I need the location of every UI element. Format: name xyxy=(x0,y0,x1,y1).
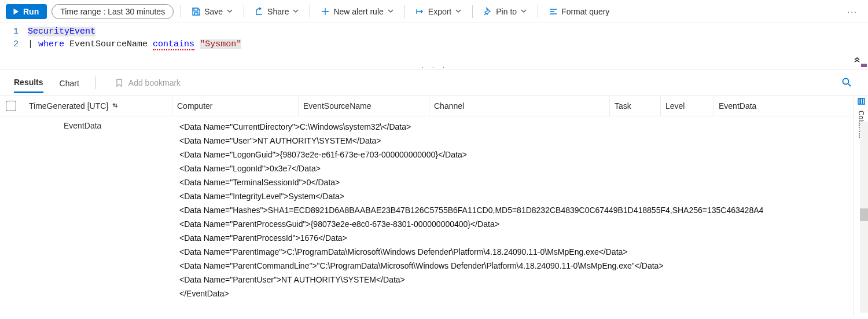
plus-icon xyxy=(321,7,330,16)
detail-line: <Data Name="User">NT AUTHORITY\SYSTEM</D… xyxy=(179,134,868,148)
time-range-picker[interactable]: Time range : Last 30 minutes xyxy=(52,4,174,19)
column-label: Task xyxy=(615,101,631,111)
divider xyxy=(181,5,181,18)
new-alert-label: New alert rule xyxy=(333,7,383,16)
token-keyword: contains xyxy=(153,39,194,50)
format-query-button[interactable]: Format query xyxy=(545,5,613,19)
divider xyxy=(95,76,96,89)
export-button[interactable]: Export xyxy=(412,5,465,19)
detail-field-name: EventData xyxy=(0,116,179,319)
column-label: EventSourceName xyxy=(303,101,372,111)
column-label: Channel xyxy=(434,101,464,111)
column-header-timegenerated[interactable]: TimeGenerated [UTC] xyxy=(24,96,172,116)
column-header-task[interactable]: Task xyxy=(610,96,661,116)
add-bookmark-label: Add bookmark xyxy=(128,78,181,87)
save-button[interactable]: Save xyxy=(188,5,237,19)
chevron-down-icon xyxy=(455,7,462,16)
pin-to-button[interactable]: Pin to xyxy=(480,5,531,19)
search-button[interactable] xyxy=(841,77,852,89)
run-label: Run xyxy=(23,7,39,16)
pin-icon xyxy=(483,7,492,16)
chevron-down-icon xyxy=(520,7,527,16)
detail-line: <Data Name="ParentProcessGuid">{98073e2e… xyxy=(179,217,868,231)
column-label: TimeGenerated [UTC] xyxy=(29,101,108,111)
time-range-value: Last 30 minutes xyxy=(108,7,165,16)
detail-line: <Data Name="LogonId">0x3e7</Data> xyxy=(179,162,868,175)
save-label: Save xyxy=(204,7,223,16)
column-label: Level xyxy=(665,101,685,111)
export-icon xyxy=(415,7,425,16)
format-query-label: Format query xyxy=(561,7,609,16)
query-editor[interactable]: 1 SecurityEvent 2 | where EventSourceNam… xyxy=(0,23,868,70)
tab-results[interactable]: Results xyxy=(14,72,43,93)
add-bookmark-button[interactable]: Add bookmark xyxy=(115,78,181,87)
detail-line: <Data Name="LogonGuid">{98073e2e-e61f-67… xyxy=(179,148,868,162)
collapse-editor-button[interactable] xyxy=(853,55,861,66)
share-label: Share xyxy=(267,7,289,16)
new-alert-button[interactable]: New alert rule xyxy=(317,5,397,19)
token-string: "Sysmon" xyxy=(200,39,241,49)
line-number: 1 xyxy=(0,27,28,36)
divider xyxy=(538,5,538,18)
pin-to-label: Pin to xyxy=(496,7,517,16)
scrollbar-thumb[interactable] xyxy=(860,208,868,221)
detail-line: <Data Name="ParentImage">C:\ProgramData\… xyxy=(179,245,868,259)
results-tabs: Results Chart Add bookmark xyxy=(0,70,868,96)
token-keyword: where xyxy=(38,39,64,49)
chevron-down-icon xyxy=(292,7,299,16)
svg-point-0 xyxy=(843,79,849,85)
column-header-computer[interactable]: Computer xyxy=(172,96,299,116)
detail-line: <Data Name="CurrentDirectory">C:\Windows… xyxy=(179,120,868,134)
token-pipe: | xyxy=(28,39,33,49)
code-line: 1 SecurityEvent xyxy=(0,27,868,39)
detail-line: <Data Name="ParentCommandLine">"C:\Progr… xyxy=(179,259,868,273)
column-header-eventsourcename[interactable]: EventSourceName xyxy=(299,96,429,116)
detail-line: <Data Name="Hashes">SHA1=ECD8921D6A8BAAB… xyxy=(179,203,868,217)
detail-line: <Data Name="ParentUser">NT AUTHORITY\SYS… xyxy=(179,273,868,287)
time-range-label: Time range : xyxy=(60,7,105,16)
code[interactable]: SecurityEvent xyxy=(28,27,95,36)
run-button[interactable]: Run xyxy=(6,4,47,19)
select-all-checkbox[interactable] xyxy=(6,101,16,111)
detail-field-value: <Data Name="CurrentDirectory">C:\Windows… xyxy=(179,116,868,319)
bookmark-icon xyxy=(115,78,124,87)
share-icon xyxy=(255,7,264,16)
column-header-channel[interactable]: Channel xyxy=(429,96,610,116)
share-button[interactable]: Share xyxy=(251,5,303,19)
row-detail-pane: EventData <Data Name="CurrentDirectory">… xyxy=(0,116,868,319)
save-icon xyxy=(192,7,201,16)
play-icon xyxy=(12,8,20,16)
double-chevron-up-icon xyxy=(853,55,861,63)
minimap-indicator xyxy=(861,64,867,67)
columns-icon xyxy=(857,97,865,107)
toolbar: Run Time range : Last 30 minutes Save Sh… xyxy=(0,0,868,23)
divider xyxy=(310,5,310,18)
column-label: EventData xyxy=(719,101,756,111)
sort-icon xyxy=(112,101,119,111)
tab-chart[interactable]: Chart xyxy=(60,73,79,93)
more-button[interactable]: ··· xyxy=(843,7,862,16)
chevron-down-icon xyxy=(387,7,394,16)
token-table: SecurityEvent xyxy=(28,27,95,36)
format-icon xyxy=(549,7,558,16)
column-header-level[interactable]: Level xyxy=(661,96,714,116)
line-number: 2 xyxy=(0,39,28,49)
token-field: EventSourceName xyxy=(69,39,148,49)
divider xyxy=(472,5,473,18)
code[interactable]: | where EventSourceName contains "Sysmon… xyxy=(28,39,241,49)
results-grid-header: TimeGenerated [UTC] Computer EventSource… xyxy=(0,96,868,116)
detail-line: </EventData> xyxy=(179,287,868,300)
divider xyxy=(244,5,244,18)
detail-line: <Data Name="IntegrityLevel">System</Data… xyxy=(179,189,868,203)
divider xyxy=(404,5,405,18)
detail-line: <Data Name="ParentProcessId">1676</Data> xyxy=(179,231,868,245)
column-header-eventdata[interactable]: EventData xyxy=(714,96,868,116)
detail-line: <Data Name="TerminalSessionId">0</Data> xyxy=(179,175,868,189)
export-label: Export xyxy=(428,7,451,16)
search-icon xyxy=(841,77,852,87)
code-line: 2 | where EventSourceName contains "Sysm… xyxy=(0,39,868,52)
column-label: Computer xyxy=(177,101,212,111)
chevron-down-icon xyxy=(226,7,233,16)
